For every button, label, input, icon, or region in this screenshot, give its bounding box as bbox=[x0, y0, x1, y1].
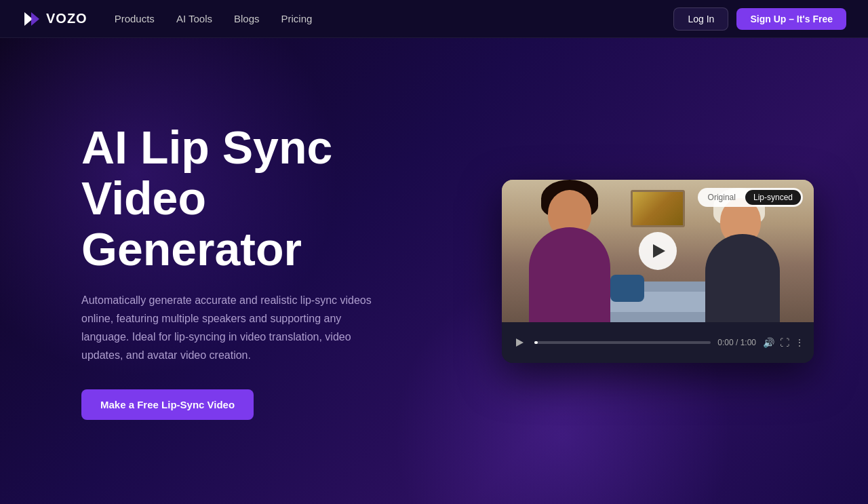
vozo-logo-icon bbox=[22, 9, 41, 28]
fullscreen-icon[interactable]: ⛶ bbox=[780, 337, 789, 348]
nav-link-ai-tools[interactable]: AI Tools bbox=[176, 13, 212, 24]
person-right bbox=[705, 203, 793, 322]
nav-links: Products AI Tools Blogs Pricing bbox=[115, 13, 313, 24]
signup-button[interactable]: Sign Up – It's Free bbox=[736, 8, 846, 30]
cta-button[interactable]: Make a Free Lip-Sync Video bbox=[81, 389, 254, 420]
navbar: VOZO Products AI Tools Blogs Pricing Log… bbox=[0, 0, 868, 38]
logo-text: VOZO bbox=[46, 11, 87, 26]
nav-link-products[interactable]: Products bbox=[115, 13, 155, 24]
play-pause-control[interactable] bbox=[511, 334, 528, 351]
toggle-lipsynced-button[interactable]: Lip-synced bbox=[745, 190, 801, 205]
navbar-right: Log In Sign Up – It's Free bbox=[673, 7, 846, 31]
time-display: 0:00 / 1:00 bbox=[717, 338, 756, 347]
wall-art-decoration bbox=[631, 190, 685, 227]
video-toggle-group: Original Lip-synced bbox=[698, 188, 803, 207]
progress-bar-fill bbox=[534, 341, 538, 344]
nav-link-blogs[interactable]: Blogs bbox=[234, 13, 260, 24]
progress-bar[interactable] bbox=[534, 341, 711, 344]
volume-icon[interactable]: 🔊 bbox=[763, 337, 774, 348]
controls-right: 🔊 ⛶ ⋮ bbox=[763, 337, 804, 348]
nav-link-pricing[interactable]: Pricing bbox=[281, 13, 313, 24]
video-player: Original Lip-synced 0:00 / 1:00 🔊 ⛶ bbox=[502, 180, 814, 363]
svg-marker-2 bbox=[516, 338, 524, 347]
logo[interactable]: VOZO bbox=[22, 9, 87, 28]
hero-title: AI Lip Sync Video Generator bbox=[81, 122, 434, 274]
person-right-body bbox=[705, 234, 780, 322]
toggle-original-button[interactable]: Original bbox=[700, 190, 744, 205]
hero-section: AI Lip Sync Video Generator Automaticall… bbox=[0, 38, 868, 504]
login-button[interactable]: Log In bbox=[673, 7, 728, 31]
navbar-left: VOZO Products AI Tools Blogs Pricing bbox=[22, 9, 312, 28]
hero-content: AI Lip Sync Video Generator Automaticall… bbox=[0, 122, 434, 419]
play-button[interactable] bbox=[639, 232, 677, 270]
video-scene: Original Lip-synced bbox=[502, 180, 814, 322]
hero-description: Automatically generate accurate and real… bbox=[81, 291, 380, 365]
person-left-body bbox=[529, 227, 610, 322]
video-controls-bar: 0:00 / 1:00 🔊 ⛶ ⋮ bbox=[502, 322, 814, 363]
svg-marker-1 bbox=[31, 12, 39, 26]
person-left bbox=[529, 203, 617, 322]
more-options-icon[interactable]: ⋮ bbox=[795, 337, 804, 348]
play-icon bbox=[653, 244, 665, 258]
